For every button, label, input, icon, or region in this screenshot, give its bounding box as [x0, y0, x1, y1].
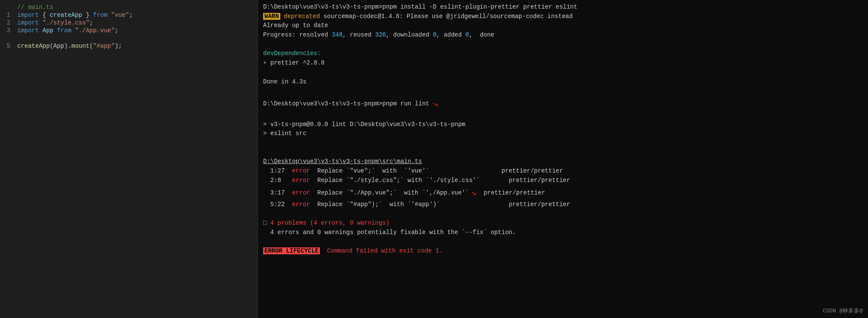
- line-number-2: 2: [0, 19, 17, 26]
- term-lint-script: > v3-ts-pnpm@0.0.0 lint D:\Desktop\vue3\…: [263, 120, 863, 130]
- term-empty-6: [263, 148, 863, 157]
- term-warn-line: WARN deprecated sourcemap-codec@1.4.8: P…: [263, 12, 863, 22]
- code-content-1: import { createApp } from "vue";: [17, 12, 133, 19]
- code-line-4: [0, 34, 258, 42]
- csdn-label: CSDN @林多多@: [822, 307, 863, 315]
- term-empty-2: [263, 68, 863, 77]
- code-editor-panel: // main.ts 1 import { createApp } from "…: [0, 0, 258, 318]
- line-number-4: [0, 35, 17, 42]
- line-number-1: 1: [0, 12, 17, 19]
- term-lifecycle: ERROR LIFECYCLE Command failed with exit…: [263, 247, 863, 256]
- term-done: Done in 4.3s: [263, 77, 863, 87]
- term-up-to-date: Already up to date: [263, 21, 863, 31]
- term-progress: Progress: resolved 348, reused 326, down…: [263, 31, 863, 40]
- code-line-3: 3 import App from "./App.vue";: [0, 27, 258, 34]
- term-error-4: 5:22 error Replace `"#app");` with `'#ap…: [263, 200, 863, 210]
- term-error-2: 2:8 error Replace `"./style.css";` with …: [263, 176, 863, 185]
- code-content-3: import App from "./App.vue";: [17, 27, 118, 34]
- term-empty-8: [263, 237, 863, 247]
- term-empty-4: [263, 111, 863, 120]
- term-error-3: 3:17 error Replace `"./App.vue";` with `…: [263, 185, 863, 200]
- term-empty-1: [263, 40, 863, 49]
- code-content-5: createApp(App).mount("#app");: [17, 43, 122, 49]
- term-error-1: 1:27 error Replace `"vue";` with `'vue'`…: [263, 167, 863, 176]
- term-file-path: D:\Desktop\vue3\v3-ts\v3-ts-pnpm\src\mai…: [263, 157, 863, 167]
- code-line-1: 1 import { createApp } from "vue";: [0, 11, 258, 19]
- term-problems: □ 4 problems (4 errors, 0 warnings): [263, 219, 863, 228]
- code-filename: // main.ts: [17, 4, 53, 11]
- line-number: [0, 4, 17, 11]
- code-line-5: 5 createApp(App).mount("#app");: [0, 42, 258, 50]
- terminal-panel: D:\Desktop\vue3\v3-ts\v3-ts-pnpm>pnpm in…: [258, 0, 868, 318]
- code-line-filename: // main.ts: [0, 3, 258, 11]
- term-empty-5: [263, 139, 863, 148]
- term-fixable: 4 errors and 0 warnings potentially fixa…: [263, 228, 863, 238]
- term-install-cmd: D:\Desktop\vue3\v3-ts\v3-ts-pnpm>pnpm in…: [263, 3, 863, 12]
- code-line-2: 2 import "./style.css";: [0, 19, 258, 27]
- term-eslint-src: > eslint src: [263, 129, 863, 139]
- terminal-content: D:\Desktop\vue3\v3-ts\v3-ts-pnpm>pnpm in…: [258, 0, 868, 259]
- code-content-4: [17, 35, 21, 42]
- term-run-lint-cmd: D:\Desktop\vue3\v3-ts\v3-ts-pnpm>pnpm ru…: [263, 96, 863, 111]
- term-empty-3: [263, 86, 863, 96]
- line-number-3: 3: [0, 27, 17, 34]
- term-prettier-added: + prettier ^2.8.8: [263, 59, 863, 68]
- code-content-2: import "./style.css";: [17, 19, 93, 26]
- line-number-5: 5: [0, 43, 17, 49]
- term-empty-7: [263, 209, 863, 219]
- term-devdeps-title: devDependencies:: [263, 49, 863, 59]
